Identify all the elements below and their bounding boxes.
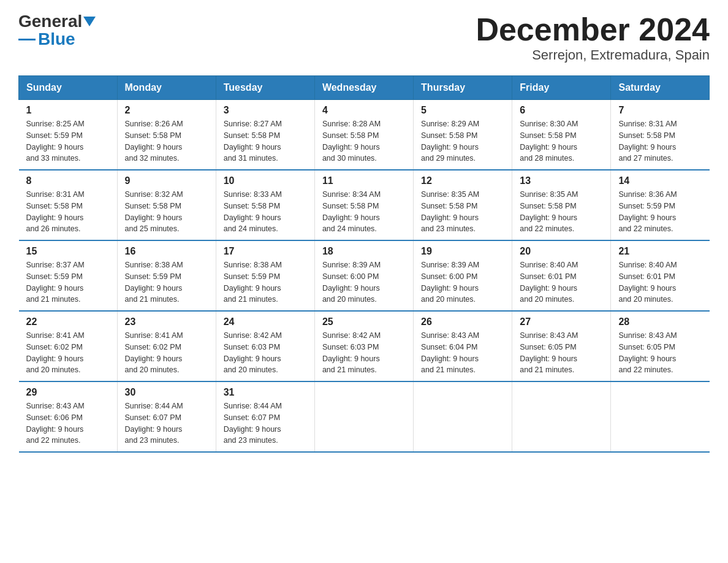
calendar-week-row: 22 Sunrise: 8:41 AM Sunset: 6:02 PM Dayl… — [19, 311, 710, 381]
day-number: 3 — [224, 105, 307, 116]
table-row: 31 Sunrise: 8:44 AM Sunset: 6:07 PM Dayl… — [216, 381, 314, 452]
table-row: 28 Sunrise: 8:43 AM Sunset: 6:05 PM Dayl… — [611, 311, 710, 381]
day-number: 19 — [421, 246, 504, 257]
calendar-title: December 2024 — [476, 12, 710, 47]
day-info: Sunrise: 8:38 AM Sunset: 5:59 PM Dayligh… — [224, 259, 307, 305]
day-number: 5 — [421, 105, 504, 116]
day-number: 12 — [421, 175, 504, 186]
day-info: Sunrise: 8:43 AM Sunset: 6:05 PM Dayligh… — [520, 330, 603, 376]
day-info: Sunrise: 8:43 AM Sunset: 6:06 PM Dayligh… — [26, 400, 110, 446]
header-saturday: Saturday — [611, 76, 710, 100]
day-info: Sunrise: 8:31 AM Sunset: 5:58 PM Dayligh… — [618, 118, 702, 164]
logo-general: General — [18, 12, 82, 31]
day-number: 10 — [224, 175, 307, 186]
day-number: 22 — [26, 316, 110, 327]
day-info: Sunrise: 8:36 AM Sunset: 5:59 PM Dayligh… — [618, 189, 702, 235]
day-number: 9 — [125, 175, 208, 186]
day-number: 7 — [618, 105, 702, 116]
table-row: 6 Sunrise: 8:30 AM Sunset: 5:58 PM Dayli… — [512, 100, 611, 170]
day-number: 26 — [421, 316, 504, 327]
table-row: 7 Sunrise: 8:31 AM Sunset: 5:58 PM Dayli… — [611, 100, 710, 170]
day-info: Sunrise: 8:35 AM Sunset: 5:58 PM Dayligh… — [421, 189, 504, 235]
day-info: Sunrise: 8:27 AM Sunset: 5:58 PM Dayligh… — [224, 118, 307, 164]
calendar-table: Sunday Monday Tuesday Wednesday Thursday… — [18, 75, 710, 453]
day-number: 23 — [125, 316, 208, 327]
table-row: 18 Sunrise: 8:39 AM Sunset: 6:00 PM Dayl… — [314, 240, 413, 311]
day-info: Sunrise: 8:29 AM Sunset: 5:58 PM Dayligh… — [421, 118, 504, 164]
table-row: 21 Sunrise: 8:40 AM Sunset: 6:01 PM Dayl… — [611, 240, 710, 311]
day-number: 29 — [26, 387, 110, 398]
title-block: December 2024 Serrejon, Extremadura, Spa… — [476, 12, 710, 63]
day-info: Sunrise: 8:26 AM Sunset: 5:58 PM Dayligh… — [125, 118, 208, 164]
table-row: 19 Sunrise: 8:39 AM Sunset: 6:00 PM Dayl… — [414, 240, 512, 311]
day-number: 31 — [224, 387, 307, 398]
day-number: 4 — [322, 105, 406, 116]
day-info: Sunrise: 8:31 AM Sunset: 5:58 PM Dayligh… — [26, 189, 110, 235]
table-row: 3 Sunrise: 8:27 AM Sunset: 5:58 PM Dayli… — [216, 100, 314, 170]
day-info: Sunrise: 8:42 AM Sunset: 6:03 PM Dayligh… — [322, 330, 406, 376]
day-info: Sunrise: 8:40 AM Sunset: 6:01 PM Dayligh… — [618, 259, 702, 305]
day-info: Sunrise: 8:40 AM Sunset: 6:01 PM Dayligh… — [520, 259, 603, 305]
calendar-week-row: 15 Sunrise: 8:37 AM Sunset: 5:59 PM Dayl… — [19, 240, 710, 311]
day-number: 14 — [618, 175, 702, 186]
calendar-week-row: 29 Sunrise: 8:43 AM Sunset: 6:06 PM Dayl… — [19, 381, 710, 452]
header-thursday: Thursday — [414, 76, 512, 100]
table-row: 15 Sunrise: 8:37 AM Sunset: 5:59 PM Dayl… — [19, 240, 118, 311]
table-row: 22 Sunrise: 8:41 AM Sunset: 6:02 PM Dayl… — [19, 311, 118, 381]
table-row: 13 Sunrise: 8:35 AM Sunset: 5:58 PM Dayl… — [512, 170, 611, 240]
table-row — [512, 381, 611, 452]
day-number: 1 — [26, 105, 110, 116]
table-row: 14 Sunrise: 8:36 AM Sunset: 5:59 PM Dayl… — [611, 170, 710, 240]
day-info: Sunrise: 8:41 AM Sunset: 6:02 PM Dayligh… — [125, 330, 208, 376]
table-row — [314, 381, 413, 452]
table-row: 25 Sunrise: 8:42 AM Sunset: 6:03 PM Dayl… — [314, 311, 413, 381]
day-info: Sunrise: 8:32 AM Sunset: 5:58 PM Dayligh… — [125, 189, 208, 235]
table-row: 30 Sunrise: 8:44 AM Sunset: 6:07 PM Dayl… — [117, 381, 216, 452]
table-row: 8 Sunrise: 8:31 AM Sunset: 5:58 PM Dayli… — [19, 170, 118, 240]
calendar-week-row: 8 Sunrise: 8:31 AM Sunset: 5:58 PM Dayli… — [19, 170, 710, 240]
calendar-week-row: 1 Sunrise: 8:25 AM Sunset: 5:59 PM Dayli… — [19, 100, 710, 170]
table-row: 1 Sunrise: 8:25 AM Sunset: 5:59 PM Dayli… — [19, 100, 118, 170]
day-info: Sunrise: 8:35 AM Sunset: 5:58 PM Dayligh… — [520, 189, 603, 235]
logo-triangle-icon — [83, 17, 96, 26]
header-wednesday: Wednesday — [314, 76, 413, 100]
day-number: 27 — [520, 316, 603, 327]
day-number: 28 — [618, 316, 702, 327]
day-info: Sunrise: 8:42 AM Sunset: 6:03 PM Dayligh… — [224, 330, 307, 376]
day-number: 17 — [224, 246, 307, 257]
day-info: Sunrise: 8:38 AM Sunset: 5:59 PM Dayligh… — [125, 259, 208, 305]
table-row: 10 Sunrise: 8:33 AM Sunset: 5:58 PM Dayl… — [216, 170, 314, 240]
day-info: Sunrise: 8:43 AM Sunset: 6:05 PM Dayligh… — [618, 330, 702, 376]
day-number: 8 — [26, 175, 110, 186]
header-sunday: Sunday — [19, 76, 118, 100]
table-row — [414, 381, 512, 452]
day-number: 13 — [520, 175, 603, 186]
day-info: Sunrise: 8:43 AM Sunset: 6:04 PM Dayligh… — [421, 330, 504, 376]
header-friday: Friday — [512, 76, 611, 100]
day-number: 30 — [125, 387, 208, 398]
day-number: 15 — [26, 246, 110, 257]
header-tuesday: Tuesday — [216, 76, 314, 100]
day-number: 11 — [322, 175, 406, 186]
table-row: 27 Sunrise: 8:43 AM Sunset: 6:05 PM Dayl… — [512, 311, 611, 381]
table-row: 24 Sunrise: 8:42 AM Sunset: 6:03 PM Dayl… — [216, 311, 314, 381]
day-info: Sunrise: 8:34 AM Sunset: 5:58 PM Dayligh… — [322, 189, 406, 235]
day-number: 25 — [322, 316, 406, 327]
table-row: 17 Sunrise: 8:38 AM Sunset: 5:59 PM Dayl… — [216, 240, 314, 311]
table-row: 11 Sunrise: 8:34 AM Sunset: 5:58 PM Dayl… — [314, 170, 413, 240]
day-info: Sunrise: 8:25 AM Sunset: 5:59 PM Dayligh… — [26, 118, 110, 164]
day-number: 21 — [618, 246, 702, 257]
table-row: 23 Sunrise: 8:41 AM Sunset: 6:02 PM Dayl… — [117, 311, 216, 381]
logo-line — [18, 39, 36, 40]
table-row — [611, 381, 710, 452]
table-row: 2 Sunrise: 8:26 AM Sunset: 5:58 PM Dayli… — [117, 100, 216, 170]
day-number: 6 — [520, 105, 603, 116]
table-row: 5 Sunrise: 8:29 AM Sunset: 5:58 PM Dayli… — [414, 100, 512, 170]
table-row: 16 Sunrise: 8:38 AM Sunset: 5:59 PM Dayl… — [117, 240, 216, 311]
page-header: General Blue December 2024 Serrejon, Ext… — [18, 12, 710, 63]
day-info: Sunrise: 8:39 AM Sunset: 6:00 PM Dayligh… — [421, 259, 504, 305]
day-info: Sunrise: 8:33 AM Sunset: 5:58 PM Dayligh… — [224, 189, 307, 235]
day-info: Sunrise: 8:28 AM Sunset: 5:58 PM Dayligh… — [322, 118, 406, 164]
day-number: 16 — [125, 246, 208, 257]
table-row: 26 Sunrise: 8:43 AM Sunset: 6:04 PM Dayl… — [414, 311, 512, 381]
